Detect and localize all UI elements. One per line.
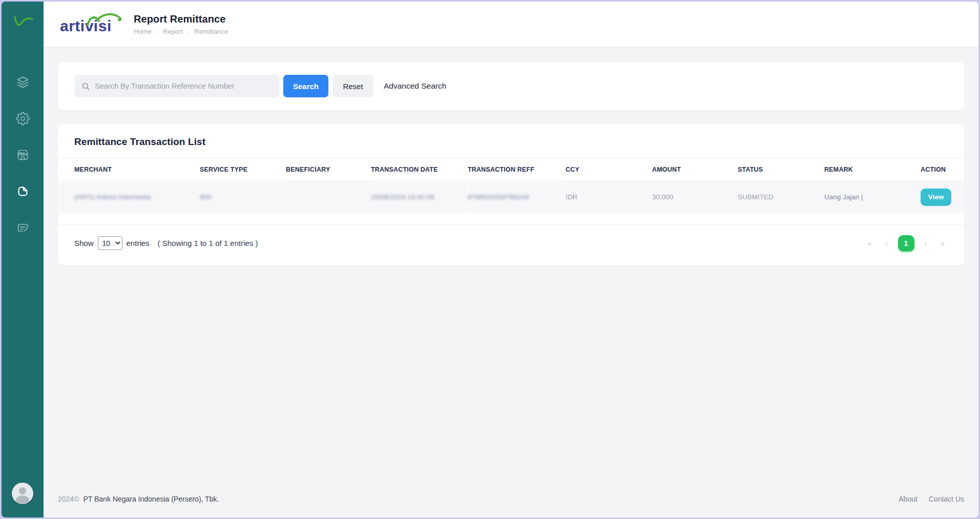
search-box [74, 75, 279, 97]
footer-year: 2024© [58, 495, 79, 503]
breadcrumb-remittance: Remittance [194, 28, 228, 35]
cell-amount: 30.000 [652, 181, 738, 213]
page-size-control: Show 10 entries ( Showing 1 to 1 of 1 en… [74, 236, 258, 250]
search-icon [81, 82, 90, 91]
last-page-button[interactable]: » [937, 237, 948, 250]
sidebar-item-reports[interactable] [11, 179, 34, 203]
col-merchant: MERCHANT [58, 158, 200, 181]
search-card: Search Reset Advanced Search [58, 62, 964, 110]
contact-us-link[interactable]: Contact Us [929, 495, 964, 503]
col-amount: AMOUNT [652, 158, 738, 181]
breadcrumb-home[interactable]: Home [134, 28, 163, 35]
avatar-body-shape [16, 495, 29, 504]
view-button[interactable]: View [921, 189, 951, 206]
artivisi-logo-text: artivisi [60, 17, 112, 34]
cell-transaction-date: 15/08/2024 14:40:06 [371, 181, 468, 213]
sidebar [2, 2, 44, 517]
pagination-controls: « ‹ 1 › » [864, 235, 948, 252]
user-avatar[interactable] [12, 483, 33, 504]
app-frame: artivisi Report Remittance Home Report R… [2, 2, 978, 517]
main-area: artivisi Report Remittance Home Report R… [44, 2, 978, 517]
cell-transaction-reff: 8766541534766244 [468, 181, 566, 213]
advanced-search-link[interactable]: Advanced Search [384, 81, 446, 91]
search-button[interactable]: Search [283, 75, 328, 97]
col-transaction-date: TRANSACTION DATE [371, 158, 468, 181]
footer-company: PT Bank Negara Indonesia (Persero), Tbk. [83, 495, 219, 503]
sidebar-nav [11, 70, 34, 252]
topbar: artivisi Report Remittance Home Report R… [44, 2, 978, 47]
cell-remark: Uang Jajan | [824, 181, 921, 213]
report-file-icon [16, 184, 30, 198]
breadcrumb-report[interactable]: Report [163, 28, 194, 35]
avatar-head-shape [19, 487, 26, 494]
next-page-button[interactable]: › [922, 237, 930, 250]
col-action: ACTION [921, 158, 964, 181]
table-header-row: MERCHANT SERVICE TYPE BENEFICIARY TRANSA… [58, 158, 964, 181]
content: Search Reset Advanced Search Remittance … [44, 47, 978, 517]
sidebar-item-store[interactable] [11, 143, 34, 167]
footer: 2024©PT Bank Negara Indonesia (Persero),… [58, 495, 964, 506]
col-ccy: CCY [566, 158, 652, 181]
layers-icon [16, 75, 30, 89]
page-header-block: Report Remittance Home Report Remittance [134, 13, 228, 35]
show-label: Show [74, 239, 94, 247]
footer-copyright: 2024©PT Bank Negara Indonesia (Persero),… [58, 495, 219, 503]
entries-label: entries [127, 239, 150, 247]
col-status: STATUS [738, 158, 824, 181]
notes-pen-icon [16, 221, 30, 235]
reset-button[interactable]: Reset [332, 75, 373, 97]
gear-icon [16, 112, 30, 126]
sidebar-item-notes[interactable] [11, 216, 34, 239]
col-beneficiary: BENEFICIARY [286, 158, 371, 181]
page-1-button[interactable]: 1 [898, 235, 914, 252]
search-input[interactable] [95, 82, 272, 90]
store-icon [16, 148, 30, 162]
table-row: (ARTI) Artivisi Intermedia BNI 15/08/202… [58, 181, 964, 213]
cell-status: SUBMITED [738, 181, 824, 213]
entries-summary: ( Showing 1 to 1 of 1 entries ) [158, 239, 258, 247]
pagination-bar: Show 10 entries ( Showing 1 to 1 of 1 en… [58, 225, 964, 265]
artivisi-logo[interactable]: artivisi [59, 11, 124, 37]
cell-service-type: BNI [200, 181, 286, 213]
breadcrumb: Home Report Remittance [134, 28, 228, 35]
remittance-table-card: Remittance Transaction List MERCHANT SER… [58, 124, 964, 265]
cell-action: View [921, 181, 964, 213]
sidebar-brand-swoosh-icon [11, 13, 34, 33]
cell-ccy: IDR [566, 181, 652, 213]
first-page-button[interactable]: « [864, 237, 874, 250]
cell-beneficiary [286, 181, 371, 213]
cell-merchant: (ARTI) Artivisi Intermedia [58, 181, 200, 213]
sidebar-item-layers[interactable] [11, 70, 34, 94]
page-size-select[interactable]: 10 [98, 236, 122, 250]
sidebar-item-settings[interactable] [11, 107, 34, 130]
remittance-table: MERCHANT SERVICE TYPE BENEFICIARY TRANSA… [58, 158, 964, 213]
page-title: Report Remittance [134, 13, 228, 25]
col-service-type: SERVICE TYPE [200, 158, 286, 181]
col-remark: REMARK [824, 158, 921, 181]
col-transaction-reff: TRANSACTION REFF [468, 158, 566, 181]
about-link[interactable]: About [899, 495, 918, 503]
footer-links: About Contact Us [889, 495, 964, 503]
prev-page-button[interactable]: ‹ [882, 237, 891, 250]
table-title: Remittance Transaction List [58, 136, 964, 148]
